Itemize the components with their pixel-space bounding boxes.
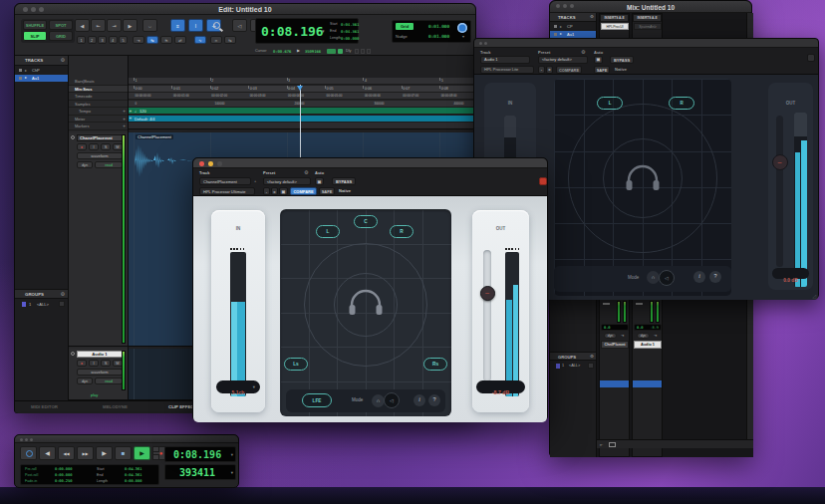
grid-mode-badge[interactable]: Grid [396, 23, 413, 30]
mode-speaker-toggle[interactable]: ◁ [659, 270, 675, 286]
add-icon[interactable]: + [123, 109, 126, 114]
group-list-item[interactable]: 1 <ALL> [550, 362, 596, 370]
minimize-icon[interactable] [484, 42, 487, 45]
add-tempo-icon[interactable]: + [130, 109, 133, 114]
lfe-button[interactable]: LFE [302, 393, 332, 407]
copy-settings-button[interactable]: ▣ [315, 177, 324, 185]
mix-track-list-item-cp[interactable]: ▸CP [550, 23, 596, 30]
track-selector[interactable]: ChannelPlacement [199, 177, 251, 185]
group-edit-icon[interactable] [588, 363, 594, 369]
insert-tool-button[interactable]: ⇥ [107, 19, 122, 32]
automation-mode-button[interactable]: read [95, 378, 123, 384]
channel-format-dropdown[interactable]: 5.1ch ▾ [216, 380, 260, 393]
collapse-transport-button[interactable] [152, 454, 159, 460]
layered-edit-button[interactable]: ⇆ [224, 36, 236, 44]
strip-name-plate[interactable]: ChnlPlcmnt [601, 341, 629, 349]
zoom-preset-2-button[interactable]: 2 [88, 36, 97, 44]
solo-button[interactable]: S [101, 143, 111, 150]
start-value[interactable]: 0:04.361 [341, 22, 359, 27]
main-counter-box[interactable]: 0:08.196 ▾ Start 0:04.361 End 0:04.361 L… [255, 18, 359, 44]
solo-button[interactable]: S [101, 360, 111, 367]
ruler-label-tempo[interactable]: Tempo [69, 108, 128, 116]
ruler-label-meter[interactable]: Meter [69, 116, 128, 124]
prev-preset-button[interactable]: - [263, 187, 270, 195]
meter-sig-value[interactable]: Default: 4/4 [135, 117, 154, 122]
track-show-icon[interactable]: ▸ [25, 75, 27, 80]
plugin-selector[interactable]: HPL Processor Lite [480, 66, 534, 74]
bypass-button[interactable]: BYPASS [610, 56, 634, 64]
gear-icon[interactable]: ⚙ [590, 14, 594, 19]
scroll-left-icon[interactable]: ⇤ [600, 442, 603, 447]
transport-sel-value[interactable]: 0:00.000 [125, 479, 141, 483]
rewind-button[interactable]: ◀◀ [58, 446, 75, 460]
link-selection-button[interactable]: ↹ [146, 36, 158, 44]
mirror-edit-button[interactable]: ≋ [160, 36, 172, 44]
speaker-center-button[interactable]: C [354, 215, 378, 228]
strip-dyn-button[interactable]: dyn [604, 333, 617, 339]
chevron-down-icon[interactable]: ▾ [231, 470, 233, 475]
nudge-value[interactable]: 0:01.000 [428, 34, 449, 39]
zoomer-tool-icon[interactable] [213, 22, 220, 29]
track-view-selector[interactable]: waveform [77, 369, 123, 376]
safe-button[interactable]: SAFE [594, 66, 610, 74]
transport-sel-value[interactable]: 0:04.361 [125, 473, 141, 477]
preset-selector[interactable]: <factory default> [538, 56, 588, 64]
edit-track-list-item-chp[interactable]: ▸ChP [15, 67, 68, 74]
add-icon[interactable]: + [123, 117, 126, 122]
speaker-left-button[interactable]: L [316, 225, 340, 238]
elastic-audio-button[interactable]: dyn [77, 161, 93, 168]
next-preset-button[interactable]: = [546, 66, 553, 74]
track-list-label[interactable]: Au1 [567, 32, 574, 37]
transport-sample-counter[interactable]: 393411 ▾ [164, 464, 236, 480]
mix-titlebar[interactable]: Mix: Untitled 10 [550, 1, 751, 13]
close-icon[interactable] [20, 438, 23, 441]
speaker-right-button[interactable]: R [390, 225, 413, 238]
group-list-item[interactable]: 1 <ALL> [15, 300, 68, 308]
group-edit-icon[interactable] [59, 301, 65, 307]
help-button[interactable]: ? [709, 271, 721, 283]
close-icon[interactable] [479, 42, 482, 45]
surround-field[interactable]: L R Mode ∩ ◁ i ? [554, 79, 731, 296]
minimize-icon[interactable] [25, 438, 28, 441]
gear-icon[interactable]: ⚙ [61, 291, 65, 297]
pan-knob-icon[interactable] [603, 303, 610, 305]
ruler-label-timecode[interactable]: Timecode [69, 93, 128, 101]
online-button[interactable] [20, 446, 37, 460]
output-slider-track[interactable] [776, 116, 783, 267]
transport-roll-value[interactable]: 0:00.000 [55, 473, 72, 477]
chevron-down-icon[interactable]: ▾ [322, 28, 325, 34]
return-to-zero-button[interactable]: ◀ [39, 446, 56, 460]
zoom-preset-4-button[interactable]: 4 [109, 36, 118, 44]
ruler-tempo[interactable]: ♩ 120 + [129, 108, 476, 115]
transport-main-value[interactable]: 0:08.196 [173, 449, 221, 460]
strip-pan-value[interactable]: -8.9 [650, 326, 659, 330]
pan-knob-icon[interactable] [636, 303, 643, 305]
minimize-icon[interactable] [208, 161, 213, 166]
strip-volume-value[interactable]: 0.0 [637, 326, 644, 330]
gear-icon[interactable]: ⚙ [304, 169, 308, 175]
record-enable-button[interactable]: ● [77, 143, 87, 150]
help-button[interactable]: ? [428, 394, 440, 406]
length-value[interactable]: 0:00.000 [341, 36, 359, 41]
ruler-markers[interactable] [129, 123, 476, 129]
track-list-label[interactable]: ChP [32, 68, 40, 73]
tab-transient-button[interactable]: ⇥ [133, 36, 144, 44]
track-list-label[interactable]: Au1 [32, 76, 39, 81]
resize-grip-icon[interactable]: ◿ [812, 293, 816, 299]
zoom-toggle-button[interactable]: ⇔ [142, 19, 157, 32]
transport-main-counter[interactable]: 0:08.196 ▾ [164, 446, 236, 462]
group-name[interactable]: <ALL> [569, 364, 580, 368]
ruler-label-barsbeats[interactable]: Bars|Beats [69, 78, 128, 86]
track-list-label[interactable]: CP [567, 24, 573, 29]
input-monitor-button[interactable]: I [89, 143, 99, 150]
edit-mode-shuffle-button[interactable]: SHUFFLE [23, 20, 47, 30]
gear-icon[interactable]: ⚙ [590, 354, 594, 359]
gear-icon[interactable]: ⚙ [61, 57, 65, 63]
info-button[interactable]: i [413, 394, 425, 406]
ruler-meter[interactable]: Default: 4/4 + [129, 116, 476, 123]
group-name[interactable]: <ALL> [37, 302, 49, 307]
loop-button[interactable]: ≖ [210, 36, 222, 44]
edit-titlebar[interactable]: Edit: Untitled 10 [15, 4, 475, 15]
insert-slot[interactable]: SpctrmAnlz [634, 23, 662, 30]
end-value[interactable]: 0:04.361 [341, 29, 359, 34]
